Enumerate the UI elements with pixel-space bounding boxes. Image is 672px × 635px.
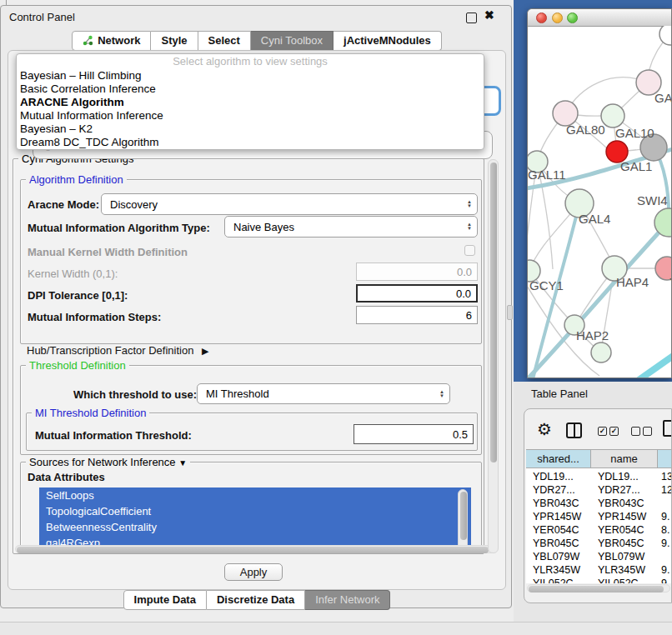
tab-cyni-toolbox[interactable]: Cyni Toolbox	[251, 31, 333, 51]
node-cut-bottom[interactable]	[591, 342, 611, 362]
column-header-shared[interactable]: shared...	[526, 450, 591, 468]
which-threshold-value: MI Threshold	[198, 388, 434, 400]
aracne-mode-value: Discovery	[102, 198, 462, 211]
aracne-mode-combobox[interactable]: Discovery ▲▼	[101, 193, 478, 215]
sources-group: Sources for Network Inference ▼ Data Att…	[20, 462, 482, 553]
list-item[interactable]: TopologicalCoefficient	[39, 503, 471, 519]
checked-checkbox-icon[interactable]: ✓	[609, 427, 619, 436]
manual-kernel-checkbox[interactable]	[464, 245, 475, 256]
cell: YBR045C	[533, 537, 591, 550]
split-columns-icon[interactable]	[566, 422, 582, 438]
stepper-icon: ▲▼	[462, 200, 477, 208]
tab-discretize-data[interactable]: Discretize Data	[207, 590, 305, 610]
network-window-titlebar[interactable]	[528, 9, 672, 27]
cell: 8.	[661, 523, 672, 537]
node-table: shared... name YDL19... YDL19... 13 YDR2…	[526, 449, 672, 583]
top-edge-line	[6, 0, 7, 5]
tab-select[interactable]: Select	[198, 31, 251, 51]
cell: YBR043C	[598, 497, 658, 510]
cell: YDR27...	[533, 483, 591, 497]
node-label: GAL11	[528, 168, 566, 182]
table-hscrollbar[interactable]	[527, 584, 670, 592]
data-attributes-label: Data Attributes	[28, 471, 105, 483]
tab-network[interactable]: Network	[72, 31, 151, 51]
dropdown-item[interactable]: Dream8 DC_TDC Algorithm	[17, 136, 484, 149]
dropdown-placeholder: Select algorithm to view settings	[17, 54, 484, 69]
settings-hscrollbar[interactable]	[15, 545, 495, 553]
tab-impute-data[interactable]: Impute Data	[123, 590, 207, 610]
node-label: HAP4	[616, 275, 649, 289]
cell: 9	[661, 577, 672, 583]
gear-icon[interactable]: ⚙	[537, 419, 552, 439]
close-traffic-light[interactable]	[536, 12, 547, 23]
column-header-name[interactable]: name	[591, 450, 658, 468]
kernel-width-field[interactable]: 0.0	[356, 262, 478, 281]
network-canvas[interactable]: GAL80 GAL10 GAL1 GAL11 GAL4 SWI4 GCY1 HA…	[528, 26, 672, 378]
tab-style[interactable]: Style	[151, 31, 198, 51]
node-label: GCY1	[529, 278, 564, 292]
list-item[interactable]: SelfLoops	[39, 488, 471, 503]
mi-type-combobox[interactable]: Naive Bayes ▲▼	[224, 216, 478, 238]
bottom-tabs: Impute Data Discretize Data Infer Networ…	[1, 590, 513, 610]
cell: YIL052C	[598, 577, 658, 583]
dpi-tolerance-field[interactable]: 0.0	[356, 284, 478, 302]
unchecked-checkbox-icon[interactable]	[643, 427, 652, 436]
attributes-scrollbar[interactable]	[458, 489, 468, 551]
checked-checkbox-icon[interactable]: ✓	[598, 427, 607, 436]
float-window-icon[interactable]	[466, 12, 477, 23]
cell: 9.	[661, 537, 672, 550]
hub-definition-label: Hub/Transcription Factor Definition	[27, 344, 193, 357]
document-icon[interactable]	[663, 420, 672, 437]
node-label: SWI4	[637, 193, 668, 208]
node-label: GAL1	[620, 159, 652, 173]
expanded-arrow-icon: ▼	[178, 458, 187, 468]
zoom-traffic-light[interactable]	[567, 12, 578, 23]
cell: YIL052C	[533, 577, 591, 583]
aracne-mode-label: Aracne Mode:	[28, 198, 99, 211]
threshold-definition-group: Threshold Definition Which threshold to …	[20, 365, 482, 455]
tab-cyni-toolbox-label: Cyni Toolbox	[261, 34, 323, 47]
tab-infer-network[interactable]: Infer Network	[305, 590, 390, 610]
dropdown-item[interactable]: Bayesian – Hill Climbing	[17, 69, 484, 82]
column-header-cut[interactable]	[658, 450, 672, 468]
cell: YLR345W	[598, 563, 658, 577]
dropdown-item-selected[interactable]: ARACNE Algorithm	[17, 96, 484, 109]
dropdown-item[interactable]: Bayesian – K2	[17, 122, 484, 136]
cell: YBL079W	[598, 550, 658, 563]
algorithm-dropdown-popup: Select algorithm to view settings Bayesi…	[16, 53, 484, 150]
mi-threshold-field[interactable]: 0.5	[354, 424, 474, 444]
dropdown-item[interactable]: Basic Correlation Inference	[17, 82, 484, 96]
splitpane-grip[interactable]	[507, 305, 513, 320]
network-icon	[83, 35, 93, 46]
apply-button[interactable]: Apply	[224, 563, 283, 581]
mi-steps-field[interactable]: 6	[356, 306, 478, 324]
list-item[interactable]: BetweennessCentrality	[39, 519, 471, 535]
minimize-traffic-light[interactable]	[552, 12, 563, 23]
mi-steps-label: Mutual Information Steps:	[28, 311, 161, 323]
cell: 13	[661, 470, 672, 483]
tab-jactivemnodules[interactable]: jActiveMNodules	[333, 31, 442, 51]
sources-group-title[interactable]: Sources for Network Inference ▼	[26, 456, 190, 468]
which-threshold-label: Which threshold to use:	[73, 388, 197, 401]
cell: YDL19...	[533, 470, 591, 483]
mi-threshold-label: Mutual Information Threshold:	[35, 429, 192, 442]
settings-vscrollbar[interactable]	[488, 159, 499, 553]
cell	[661, 497, 672, 510]
dropdown-item[interactable]: Mutual Information Inference	[17, 109, 484, 122]
node-label: GAL	[654, 91, 672, 105]
hub-definition-toggle[interactable]: Hub/Transcription Factor Definition ▶	[27, 344, 208, 357]
kernel-width-label: Kernel Width (0,1):	[28, 268, 118, 280]
cell: 12	[661, 483, 672, 497]
cell	[661, 550, 672, 563]
cell: YER054C	[598, 523, 658, 537]
close-icon[interactable]: ✖	[484, 8, 494, 22]
tab-infer-network-label: Infer Network	[315, 593, 379, 606]
cell: YDR27...	[598, 483, 658, 497]
cell: YBR045C	[598, 537, 658, 550]
node-label: GAL4	[579, 212, 610, 226]
cell: 9.	[661, 510, 672, 523]
which-threshold-combobox[interactable]: MI Threshold ▲▼	[197, 383, 450, 404]
node-cut-top[interactable]	[659, 26, 672, 45]
unchecked-checkbox-icon[interactable]	[631, 427, 640, 436]
mi-threshold-group-title: MI Threshold Definition	[32, 407, 149, 419]
